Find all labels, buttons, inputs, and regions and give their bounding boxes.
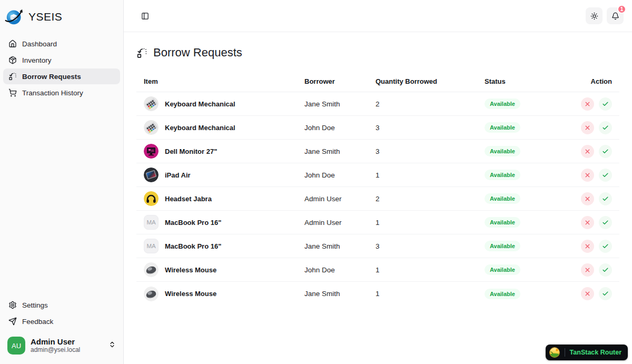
divider [565, 348, 565, 357]
reject-button[interactable] [581, 121, 594, 134]
quantity-cell: 1 [368, 266, 477, 274]
approve-button[interactable] [599, 97, 612, 111]
borrower-cell: Admin User [297, 219, 368, 227]
borrower-cell: John Doe [297, 124, 368, 132]
item-cell: iPad Air [136, 168, 297, 182]
action-cell [574, 169, 619, 182]
quantity-cell: 1 [368, 290, 477, 298]
borrow-requests-icon [136, 47, 147, 58]
table-row: MA MacBook Pro 16" Admin User 1 Availabl… [136, 211, 619, 234]
table-row: Dell Monitor 27" Jane Smith 3 Available [136, 140, 619, 163]
quantity-cell: 3 [368, 242, 477, 250]
item-cell: Keyboard Mechanical [136, 96, 297, 111]
tanstack-router-devtools-toggle[interactable]: TanStack Router [546, 345, 628, 360]
page-title-row: Borrow Requests [136, 46, 619, 60]
item-name: Keyboard Mechanical [165, 100, 235, 108]
table-header-row: Item Borrower Quantity Borrowed Status A… [136, 71, 619, 92]
reject-button[interactable] [581, 240, 594, 253]
item-thumbnail [144, 168, 159, 182]
approve-button[interactable] [599, 169, 612, 182]
reject-button[interactable] [581, 169, 594, 182]
item-thumbnail [144, 120, 159, 135]
approve-button[interactable] [599, 287, 612, 300]
x-icon [584, 290, 591, 297]
item-thumbnail [144, 191, 159, 206]
approve-button[interactable] [599, 216, 612, 229]
sidebar-item-dashboard[interactable]: Dashboard [3, 36, 120, 52]
status-cell: Available [477, 146, 574, 156]
column-header-status: Status [477, 77, 574, 85]
quantity-cell: 2 [368, 100, 477, 108]
status-badge: Available [485, 122, 520, 133]
check-icon [602, 290, 609, 297]
item-thumbnail [144, 144, 159, 159]
reject-button[interactable] [581, 192, 594, 205]
sidebar-item-transaction-history[interactable]: Transaction History [3, 85, 120, 101]
table-row: MA MacBook Pro 16" Jane Smith 3 Availabl… [136, 234, 619, 258]
item-name: Keyboard Mechanical [165, 124, 235, 132]
user-menu[interactable]: AU Admin User admin@ysei.local [4, 335, 119, 357]
action-cell [574, 263, 619, 277]
item-cell: Wireless Mouse [136, 262, 297, 277]
sidebar-item-feedback[interactable]: Feedback [3, 313, 120, 329]
page-content: Borrow Requests Item Borrower Quantity B… [124, 32, 632, 364]
x-icon [584, 172, 591, 179]
sun-icon [590, 12, 598, 20]
avatar: AU [7, 337, 25, 355]
borrower-cell: Jane Smith [297, 147, 368, 155]
status-badge: Available [485, 170, 520, 180]
sidebar-item-label: Borrow Requests [22, 73, 81, 81]
action-cell [574, 216, 619, 229]
x-icon [584, 101, 591, 107]
item-thumbnail: MA [144, 215, 159, 230]
status-badge: Available [485, 289, 520, 299]
brand-name: YSEIS [28, 11, 62, 23]
reject-button[interactable] [581, 287, 594, 300]
action-cell [574, 287, 619, 300]
notification-count-badge: 1 [617, 5, 626, 14]
status-badge: Available [485, 241, 520, 251]
status-cell: Available [477, 264, 574, 275]
approve-button[interactable] [599, 145, 612, 158]
bell-icon [611, 12, 619, 20]
app-window: YSEIS Dashboard Inventory Borrow Request… [0, 0, 632, 364]
x-icon [584, 219, 591, 226]
reject-button[interactable] [581, 145, 594, 158]
sidebar-item-borrow-requests[interactable]: Borrow Requests [3, 68, 120, 84]
approve-button[interactable] [599, 263, 612, 277]
borrower-cell: Jane Smith [297, 100, 368, 108]
sidebar-toggle-button[interactable] [136, 7, 153, 24]
check-icon [602, 124, 609, 131]
quantity-cell: 2 [368, 195, 477, 203]
item-cell: Wireless Mouse [136, 287, 297, 301]
sidebar-item-label: Inventory [22, 56, 52, 64]
action-cell [574, 121, 619, 134]
approve-button[interactable] [599, 192, 612, 205]
reject-button[interactable] [581, 97, 594, 111]
approve-button[interactable] [599, 240, 612, 253]
quantity-cell: 3 [368, 124, 477, 132]
check-icon [602, 243, 609, 250]
column-header-borrower: Borrower [297, 77, 368, 85]
item-name: Dell Monitor 27" [165, 147, 217, 155]
quantity-cell: 1 [368, 171, 477, 179]
sidebar-item-settings[interactable]: Settings [3, 297, 120, 313]
status-cell: Available [477, 193, 574, 204]
item-cell: Keyboard Mechanical [136, 120, 297, 135]
sidebar: YSEIS Dashboard Inventory Borrow Request… [0, 0, 124, 364]
top-bar: 1 [124, 0, 632, 32]
action-cell [574, 192, 619, 205]
sidebar-item-inventory[interactable]: Inventory [3, 52, 120, 68]
column-header-item: Item [136, 77, 297, 85]
action-cell [574, 97, 619, 111]
status-cell: Available [477, 170, 574, 180]
approve-button[interactable] [599, 121, 612, 134]
status-cell: Available [477, 217, 574, 228]
reject-button[interactable] [581, 216, 594, 229]
notifications: 1 [607, 7, 624, 24]
devtools-label: TanStack Router [570, 349, 621, 356]
reject-button[interactable] [581, 263, 594, 277]
status-badge: Available [485, 146, 520, 156]
user-email: admin@ysei.local [31, 347, 103, 354]
theme-toggle-button[interactable] [586, 7, 603, 24]
